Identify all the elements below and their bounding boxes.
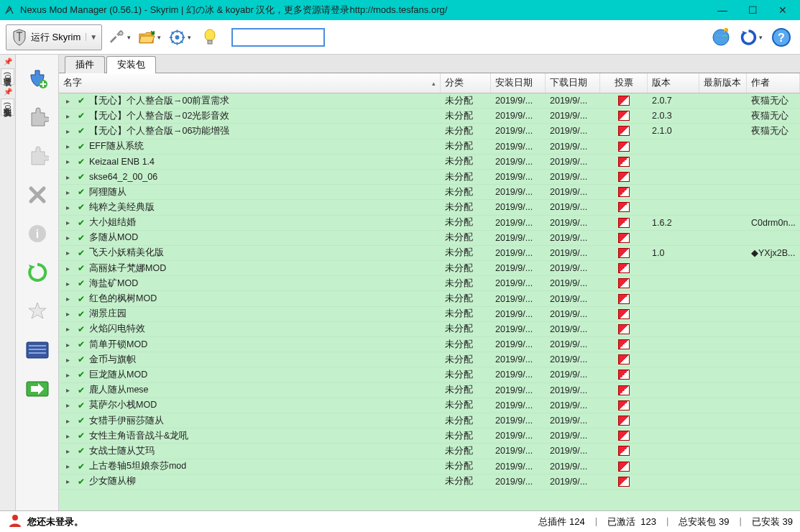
table-row[interactable]: ▸✔巨龙随从MOD未分配2019/9/...2019/9/... xyxy=(59,367,800,382)
vote-flag-icon[interactable] xyxy=(618,187,630,197)
table-row[interactable]: ▸✔阿狸随从未分配2019/9/...2019/9/... xyxy=(59,185,800,200)
lightbulb-icon[interactable] xyxy=(198,26,221,49)
col-version[interactable]: 版本 xyxy=(648,73,699,93)
chevron-right-icon[interactable]: ▸ xyxy=(66,188,72,196)
vote-flag-icon[interactable] xyxy=(618,477,630,487)
col-author[interactable]: 作者 xyxy=(747,73,800,93)
chevron-right-icon[interactable]: ▸ xyxy=(66,280,72,288)
tab-plugins[interactable]: 插件 xyxy=(65,56,105,73)
puzzle-icon[interactable] xyxy=(24,104,51,131)
chevron-right-icon[interactable]: ▸ xyxy=(66,249,72,257)
table-row[interactable]: ▸✔EFF随从系统未分配2019/9/...2019/9/... xyxy=(59,139,800,155)
vote-flag-icon[interactable] xyxy=(618,462,630,472)
tools-icon[interactable] xyxy=(108,26,131,49)
star-icon[interactable] xyxy=(24,298,51,325)
table-row[interactable]: ▸✔上古卷轴5坦娘奈莎mod未分配2019/9/...2019/9/... xyxy=(59,459,800,474)
table-row[interactable]: ▸✔女性主角语音战斗&龙吼未分配2019/9/...2019/9/... xyxy=(59,428,800,444)
rail-tab-install-queue[interactable]: 安装包安装队列(0) xyxy=(1,98,14,115)
info-icon[interactable]: i xyxy=(24,220,51,247)
chevron-right-icon[interactable]: ▸ xyxy=(66,401,72,409)
chevron-right-icon[interactable]: ▸ xyxy=(66,97,72,105)
table-row[interactable]: ▸✔莫萨尔小栈MOD未分配2019/9/...2019/9/... xyxy=(59,398,800,413)
vote-flag-icon[interactable] xyxy=(618,370,630,380)
search-input[interactable] xyxy=(231,28,325,47)
col-latest[interactable]: 最新版本 xyxy=(699,73,747,93)
maximize-button[interactable]: ☐ xyxy=(744,4,761,16)
vote-flag-icon[interactable] xyxy=(618,263,630,273)
table-row[interactable]: ▸✔纯粹之美经典版未分配2019/9/...2019/9/... xyxy=(59,200,800,215)
mod-list[interactable]: ▸✔【无心】个人整合版→00前置需求未分配2019/9/...2019/9/..… xyxy=(59,93,800,510)
add-mod-icon[interactable] xyxy=(24,65,51,92)
table-row[interactable]: ▸✔Keizaal ENB 1.4未分配2019/9/...2019/9/... xyxy=(59,155,800,170)
vote-flag-icon[interactable] xyxy=(618,431,630,441)
chevron-right-icon[interactable]: ▸ xyxy=(66,477,72,485)
col-name[interactable]: 名字▴ xyxy=(59,73,441,93)
chevron-right-icon[interactable]: ▸ xyxy=(66,310,72,318)
table-row[interactable]: ▸✔鹿人随从mese未分配2019/9/...2019/9/... xyxy=(59,383,800,398)
col-download-date[interactable]: 下载日期 xyxy=(546,73,600,93)
vote-flag-icon[interactable] xyxy=(618,202,630,212)
chevron-right-icon[interactable]: ▸ xyxy=(66,432,72,440)
chevron-right-icon[interactable]: ▸ xyxy=(66,325,72,333)
vote-flag-icon[interactable] xyxy=(618,385,630,395)
vote-flag-icon[interactable] xyxy=(618,172,630,182)
settings-icon[interactable] xyxy=(168,26,191,49)
vote-flag-icon[interactable] xyxy=(618,157,630,167)
vote-flag-icon[interactable] xyxy=(618,294,630,304)
refresh-green-icon[interactable] xyxy=(24,259,51,286)
table-row[interactable]: ▸✔湖景庄园未分配2019/9/...2019/9/... xyxy=(59,307,800,322)
table-row[interactable]: ▸✔金币与旗帜未分配2019/9/...2019/9/... xyxy=(59,352,800,367)
convert-icon[interactable] xyxy=(24,375,51,403)
table-row[interactable]: ▸✔【无心】个人整合版→06功能增强未分配2019/9/...2019/9/..… xyxy=(59,124,800,139)
chevron-right-icon[interactable]: ▸ xyxy=(66,417,72,425)
vote-flag-icon[interactable] xyxy=(618,96,630,106)
pin-icon[interactable]: 📌 xyxy=(4,88,12,96)
rail-tab-downloads[interactable]: 下载管理(0) xyxy=(1,68,14,85)
table-row[interactable]: ▸✔简单开锁MOD未分配2019/9/...2019/9/... xyxy=(59,337,800,352)
minimize-button[interactable]: — xyxy=(714,4,731,16)
table-row[interactable]: ▸✔高丽妹子梵娜MOD未分配2019/9/...2019/9/... xyxy=(59,261,800,276)
chevron-right-icon[interactable]: ▸ xyxy=(66,447,72,455)
table-row[interactable]: ▸✔海盐矿MOD未分配2019/9/...2019/9/... xyxy=(59,276,800,291)
chevron-right-icon[interactable]: ▸ xyxy=(66,219,72,226)
chevron-right-icon[interactable]: ▸ xyxy=(66,234,72,242)
chevron-right-icon[interactable]: ▸ xyxy=(66,386,72,394)
chevron-right-icon[interactable]: ▸ xyxy=(66,203,72,211)
chevron-right-icon[interactable]: ▸ xyxy=(66,127,72,135)
col-vote[interactable]: 投票 xyxy=(600,73,648,93)
col-install-date[interactable]: 安装日期 xyxy=(491,73,546,93)
col-category[interactable]: 分类 xyxy=(441,73,491,93)
list-icon[interactable] xyxy=(24,336,51,364)
table-row[interactable]: ▸✔多随从MOD未分配2019/9/...2019/9/... xyxy=(59,231,800,246)
puzzle-disabled-icon[interactable] xyxy=(24,142,51,170)
delete-icon[interactable] xyxy=(24,181,51,208)
tab-packages[interactable]: 安装包 xyxy=(106,56,156,73)
chevron-right-icon[interactable]: ▸ xyxy=(66,112,72,120)
table-row[interactable]: ▸✔少女随从柳未分配2019/9/...2019/9/... xyxy=(59,474,800,490)
vote-flag-icon[interactable] xyxy=(618,278,630,288)
login-status[interactable]: 您还未登录。 xyxy=(7,513,83,531)
table-row[interactable]: ▸✔火焰闪电特效未分配2019/9/...2019/9/... xyxy=(59,322,800,337)
table-row[interactable]: ▸✔大小姐结婚未分配2019/9/...2019/9/...1.6.2C0drm… xyxy=(59,216,800,231)
chevron-right-icon[interactable]: ▸ xyxy=(66,157,72,165)
table-row[interactable]: ▸✔女猎手伊丽莎随从未分配2019/9/...2019/9/... xyxy=(59,413,800,428)
run-dropdown-caret[interactable]: ▼ xyxy=(86,33,97,41)
pin-icon[interactable]: 📌 xyxy=(4,58,12,65)
chevron-right-icon[interactable]: ▸ xyxy=(66,356,72,364)
vote-flag-icon[interactable] xyxy=(618,400,630,411)
table-row[interactable]: ▸✔飞天小妖精美化版未分配2019/9/...2019/9/...1.0◆YXj… xyxy=(59,246,800,261)
vote-flag-icon[interactable] xyxy=(618,309,630,319)
vote-flag-icon[interactable] xyxy=(618,354,630,364)
run-game-button[interactable]: 运行 Skyrim ▼ xyxy=(6,24,102,50)
chevron-right-icon[interactable]: ▸ xyxy=(66,341,72,349)
refresh-icon[interactable] xyxy=(740,26,763,49)
table-row[interactable]: ▸✔【无心】个人整合版→00前置需求未分配2019/9/...2019/9/..… xyxy=(59,93,800,109)
chevron-right-icon[interactable]: ▸ xyxy=(66,371,72,379)
table-row[interactable]: ▸✔【无心】个人整合版→02光影音效未分配2019/9/...2019/9/..… xyxy=(59,109,800,124)
vote-flag-icon[interactable] xyxy=(618,416,630,426)
chevron-right-icon[interactable]: ▸ xyxy=(66,173,72,181)
help-icon[interactable]: ? xyxy=(770,26,793,49)
vote-flag-icon[interactable] xyxy=(618,142,630,152)
vote-flag-icon[interactable] xyxy=(618,248,630,258)
chevron-right-icon[interactable]: ▸ xyxy=(66,462,72,470)
